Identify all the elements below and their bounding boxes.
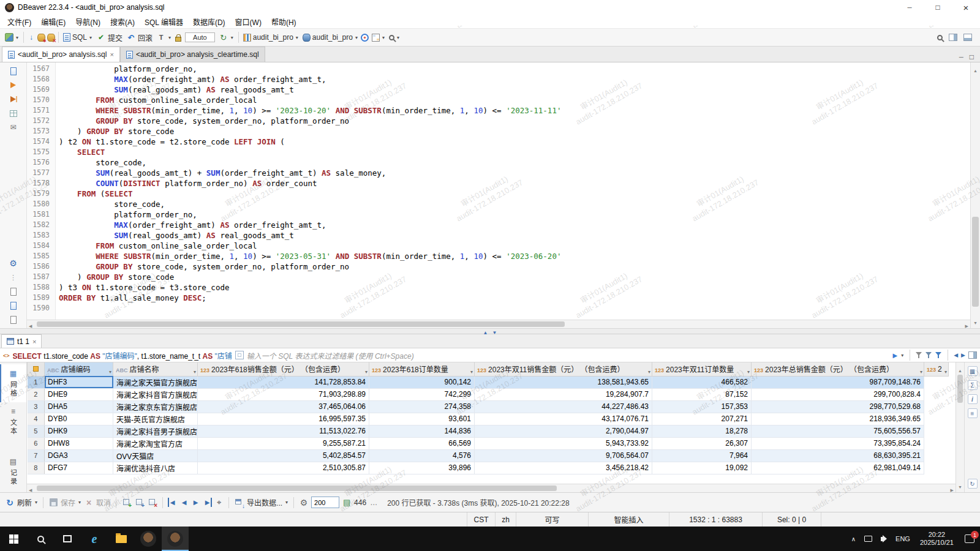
query-log-icon[interactable] xyxy=(9,301,18,310)
column-dropdown-icon[interactable] xyxy=(194,367,196,375)
editor-tab[interactable]: <audit_bi_pro> analysis_cleartime.sql xyxy=(120,47,265,62)
menu-item[interactable]: 文件(F) xyxy=(2,15,36,29)
column-header[interactable]: 1232023年618销售金额（元） （包含运费） xyxy=(198,362,369,376)
tab-close-icon[interactable] xyxy=(110,50,113,59)
scrollbar-thumb[interactable] xyxy=(957,375,963,403)
db-pending-commit-icon[interactable] xyxy=(36,32,46,42)
grid-cell[interactable]: 3,456,218.42 xyxy=(475,462,652,474)
tray-overflow-icon[interactable] xyxy=(847,527,860,551)
tray-display-button[interactable] xyxy=(860,527,876,551)
transaction-lock-button[interactable] xyxy=(173,32,183,42)
grid-cell[interactable]: 87,152 xyxy=(652,388,752,400)
tray-volume-button[interactable] xyxy=(876,527,891,551)
custom-filter-icon[interactable] xyxy=(925,351,932,359)
grid-cell[interactable]: 900,142 xyxy=(369,376,475,388)
toolbar-overflow-icon[interactable] xyxy=(369,498,379,508)
grid-cell[interactable]: 37,465,064.06 xyxy=(198,400,369,413)
grid-cell[interactable]: 141,728,853.84 xyxy=(198,376,369,388)
duplicate-row-icon[interactable] xyxy=(134,497,145,508)
taskbar-search-button[interactable] xyxy=(27,527,54,551)
export-dropdown-icon[interactable] xyxy=(285,500,288,505)
apply-filter-icon[interactable] xyxy=(892,351,897,359)
navigator-button[interactable] xyxy=(360,32,370,42)
history-forward-icon[interactable] xyxy=(961,352,965,358)
table-row[interactable]: 7DGA3OVV天猫店5,402,854.574,5769,706,564.07… xyxy=(28,449,949,462)
scroll-down-icon[interactable] xyxy=(973,316,978,327)
grid-cell[interactable]: 466,582 xyxy=(652,376,752,388)
grid-cell[interactable]: 4,576 xyxy=(369,449,475,462)
refresh-dropdown-icon[interactable] xyxy=(34,500,38,505)
grid-cell[interactable]: 68,630,395.21 xyxy=(752,449,924,462)
close-button[interactable] xyxy=(952,0,980,15)
save-filter-icon[interactable] xyxy=(935,351,942,359)
grid-cell[interactable]: 海澜之家抖音男子旗舰店 xyxy=(113,425,198,437)
row-number[interactable]: 5 xyxy=(28,425,45,437)
references-panel-icon[interactable] xyxy=(968,479,978,489)
scroll-up-icon[interactable] xyxy=(973,64,978,75)
grid-cell[interactable]: DHW8 xyxy=(45,437,113,449)
grid-cell[interactable]: 62,981,049.14 xyxy=(752,462,924,474)
output-log-icon[interactable] xyxy=(9,287,18,296)
grid-cell[interactable]: 海澜之家天猫官方旗舰店 xyxy=(113,376,198,388)
column-header[interactable]: 1232023年双11销售金额（元） （包含运费） xyxy=(475,362,652,376)
column-dropdown-icon[interactable] xyxy=(747,367,750,375)
previous-row-icon[interactable] xyxy=(179,498,189,507)
grid-cell[interactable]: 海澜优选抖音八店 xyxy=(113,462,198,474)
grid-cell[interactable]: 274,358 xyxy=(369,400,475,413)
minimize-button[interactable] xyxy=(895,0,924,15)
cancel-button[interactable]: 取消 xyxy=(96,497,111,508)
pinned-app-button[interactable] xyxy=(135,527,162,551)
result-view-tab-2[interactable]: 文本 xyxy=(0,402,26,440)
filter-history-dropdown-icon[interactable] xyxy=(900,353,904,358)
calc-panel-icon[interactable] xyxy=(968,380,978,390)
grid-cell[interactable]: 144,836 xyxy=(369,425,475,437)
column-dropdown-icon[interactable] xyxy=(648,367,650,375)
grid-cell[interactable]: 742,299 xyxy=(369,388,475,400)
grid-cell[interactable]: 海澜之家京东官方旗舰店 xyxy=(113,400,198,413)
grid-cell[interactable]: 44,227,486.43 xyxy=(475,400,652,413)
open-file-icon[interactable] xyxy=(9,66,18,76)
grid-cell[interactable]: 9,255,587.21 xyxy=(198,437,369,449)
grid-cell[interactable]: 73,395,854.24 xyxy=(752,437,924,449)
grid-cell[interactable]: 海澜之家淘宝官方店 xyxy=(113,437,198,449)
clear-filter-icon[interactable] xyxy=(916,351,922,359)
row-number[interactable]: 3 xyxy=(28,400,45,413)
search-button[interactable] xyxy=(387,34,402,42)
menu-item[interactable]: 编辑(E) xyxy=(36,15,70,29)
result-settings-icon[interactable] xyxy=(299,498,309,508)
result-view-tab-3[interactable]: 记录 xyxy=(0,452,26,490)
grid-vertical-scrollbar[interactable] xyxy=(956,362,964,492)
go-to-row-icon[interactable] xyxy=(214,498,224,507)
row-number[interactable]: 6 xyxy=(28,437,45,449)
explain-plan-icon[interactable] xyxy=(9,108,18,118)
grid-cell[interactable]: 75,605,556.57 xyxy=(752,425,924,437)
editor-settings-icon[interactable] xyxy=(9,258,18,268)
column-dropdown-icon[interactable] xyxy=(944,367,947,375)
result-view-tab-1[interactable]: 网格 xyxy=(0,364,26,402)
export-data-button[interactable]: 导出数据... xyxy=(247,497,282,508)
metadata-panel-icon[interactable] xyxy=(968,394,978,404)
menu-item[interactable]: 窗口(W) xyxy=(230,15,266,29)
table-row[interactable]: 5DHK9海澜之家抖音男子旗舰店11,513,022.76144,8362,79… xyxy=(28,425,949,437)
column-header[interactable]: 1232023年总销售金额（元） （包含运费） xyxy=(752,362,924,376)
grid-cell[interactable]: 987,709,148.76 xyxy=(752,376,924,388)
scroll-left-icon[interactable] xyxy=(29,319,32,329)
grid-cell[interactable]: 海澜之家抖音官方旗舰店 xyxy=(113,388,198,400)
column-header[interactable]: 1232 xyxy=(924,362,949,376)
delete-row-icon[interactable] xyxy=(147,497,157,508)
fetch-icon[interactable] xyxy=(26,32,36,42)
row-number[interactable]: 1 xyxy=(28,376,45,388)
commit-button[interactable]: 提交 xyxy=(94,31,124,44)
action-center-button[interactable]: 1 xyxy=(959,527,980,551)
grid-cell[interactable]: 157,353 xyxy=(652,400,752,413)
export-data-icon[interactable] xyxy=(234,497,244,508)
editor-results-sash[interactable] xyxy=(0,328,980,334)
row-number[interactable]: 8 xyxy=(28,462,45,474)
last-row-icon[interactable] xyxy=(203,498,212,507)
er-diagram-button[interactable] xyxy=(370,32,387,43)
scroll-right-icon[interactable] xyxy=(965,319,968,329)
grid-cell[interactable]: 7,964 xyxy=(652,449,752,462)
panel-toggle-icon[interactable] xyxy=(968,351,977,359)
grid-cell[interactable]: 71,903,298.89 xyxy=(198,388,369,400)
expand-filter-icon[interactable] xyxy=(235,351,244,359)
